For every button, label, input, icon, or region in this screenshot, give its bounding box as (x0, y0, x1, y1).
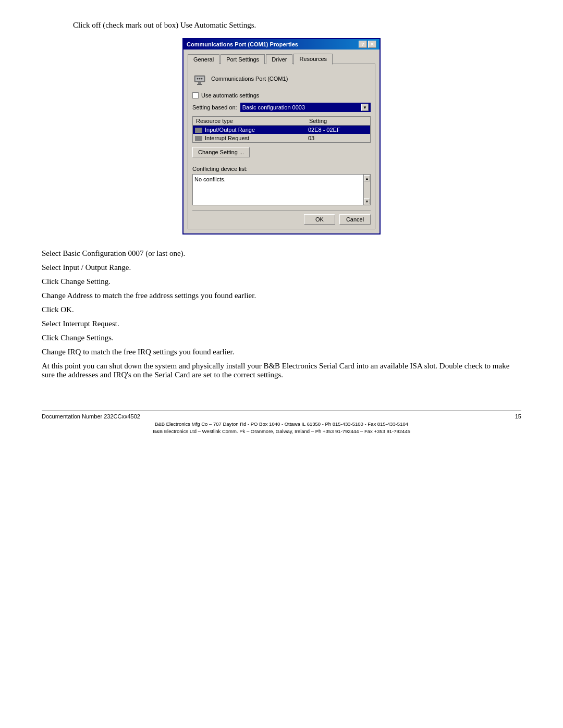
dropdown-value: Basic configuration 0003 (242, 104, 305, 110)
dialog-content: General Port Settings Driver Resources (183, 50, 380, 233)
dialog-buttons: OK Cancel (192, 211, 371, 225)
conflict-scrollbar[interactable]: ▲ ▼ (363, 174, 371, 205)
change-setting-button[interactable]: Change Setting ... (192, 147, 250, 157)
setting-dropdown[interactable]: Basic configuration 0003 ▼ (240, 103, 371, 112)
tab-driver[interactable]: Driver (266, 54, 292, 64)
device-header: Communications Port (COM1) (192, 71, 371, 86)
dialog-titlebar: Communications Port (COM1) Properties ? … (183, 39, 380, 50)
conflict-box-wrapper: No conflicts. ▲ ▼ (192, 174, 371, 205)
instruction-7: Click Change Settings. (42, 334, 521, 342)
auto-settings-checkbox[interactable] (192, 92, 199, 98)
row-icon-2 (195, 136, 202, 141)
cancel-button[interactable]: Cancel (339, 214, 371, 225)
resource-type-value-2: Interrupt Request (205, 135, 249, 141)
footer-line1: Documentation Number 232CCxx4502 15 (42, 413, 521, 419)
help-button[interactable]: ? (359, 41, 367, 48)
table-row[interactable]: Input/Output Range 02E8 - 02EF (193, 126, 371, 134)
setting-based-label: Setting based on: (192, 104, 237, 110)
tab-general[interactable]: General (188, 54, 219, 64)
device-icon (192, 71, 207, 86)
instruction-8: Change IRQ to match the free IRQ setting… (42, 348, 521, 356)
tab-port-settings[interactable]: Port Settings (221, 54, 265, 64)
resource-table: Resource type Setting Input/Output Range… (192, 116, 371, 143)
svg-point-3 (199, 78, 201, 80)
instruction-6: Select Interrupt Request. (42, 319, 521, 328)
conflict-box: No conflicts. (192, 174, 363, 205)
setting-based-row: Setting based on: Basic configuration 00… (192, 103, 371, 112)
titlebar-buttons: ? ✕ (359, 41, 376, 48)
col-resource-type: Resource type (193, 117, 306, 126)
dialog-box: Communications Port (COM1) Properties ? … (182, 38, 381, 235)
resource-type-cell: Input/Output Range (193, 126, 306, 134)
instruction-2: Select Input / Output Range. (42, 263, 521, 272)
instruction-3: Click Change Setting. (42, 277, 521, 286)
footer-line2: B&B Electronics Mfg Co – 707 Dayton Rd -… (42, 421, 521, 436)
conflict-label: Conflicting device list: (192, 166, 371, 172)
setting-value-cell-2: 03 (306, 134, 371, 143)
instruction-1: Select Basic Configuration 0007 (or last… (42, 249, 521, 258)
tab-resources[interactable]: Resources (293, 54, 333, 65)
checkbox-row: Use automatic settings (192, 92, 371, 98)
auto-settings-label: Use automatic settings (201, 92, 259, 98)
dropdown-arrow-icon[interactable]: ▼ (361, 104, 369, 111)
instructions-section: Select Basic Configuration 0007 (or last… (42, 249, 521, 379)
svg-rect-6 (197, 84, 202, 85)
ok-button[interactable]: OK (304, 214, 335, 225)
doc-number: Documentation Number 232CCxx4502 (42, 413, 140, 419)
scroll-up-button[interactable]: ▲ (364, 175, 370, 181)
table-row[interactable]: Interrupt Request 03 (193, 134, 371, 143)
device-name-label: Communications Port (COM1) (211, 76, 288, 82)
dialog-title: Communications Port (COM1) Properties (187, 41, 298, 47)
resource-type-value: Input/Output Range (205, 127, 255, 133)
instruction-5: Click OK. (42, 305, 521, 314)
dialog-wrapper: Communications Port (COM1) Properties ? … (42, 38, 521, 235)
footer-address-1: B&B Electronics Mfg Co – 707 Dayton Rd -… (42, 421, 521, 428)
close-button[interactable]: ✕ (368, 41, 376, 48)
no-conflicts-text: No conflicts. (194, 176, 226, 182)
intro-text: Click off (check mark out of box) Use Au… (73, 21, 521, 30)
tabs-row: General Port Settings Driver Resources (188, 54, 375, 64)
footer: Documentation Number 232CCxx4502 15 B&B … (42, 411, 521, 436)
page-number: 15 (515, 413, 521, 419)
row-icon (195, 128, 202, 133)
tab-content: Communications Port (COM1) Use automatic… (188, 64, 375, 229)
svg-point-2 (197, 78, 199, 80)
setting-value-cell: 02E8 - 02EF (306, 126, 371, 134)
scroll-down-button[interactable]: ▼ (364, 198, 370, 204)
footer-address-2: B&B Electronics Ltd – Westlink Comm. Pk … (42, 428, 521, 435)
instruction-4: Change Address to match the free address… (42, 291, 521, 300)
svg-point-4 (201, 78, 203, 80)
svg-rect-5 (198, 82, 201, 84)
col-setting: Setting (306, 117, 371, 126)
instruction-9: At this point you can shut down the syst… (42, 362, 521, 379)
resource-type-cell-2: Interrupt Request (193, 134, 306, 143)
